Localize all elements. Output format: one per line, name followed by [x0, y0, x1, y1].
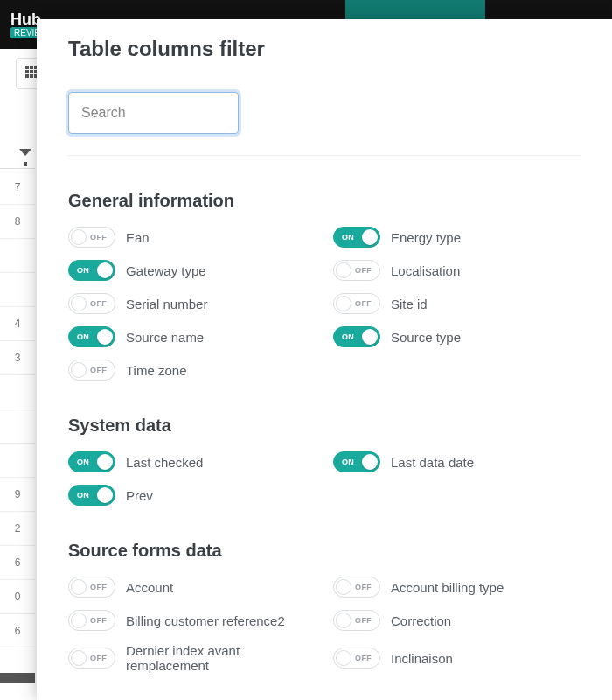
toggle-knob	[336, 296, 351, 312]
toggle[interactable]: ON	[68, 485, 115, 506]
svg-rect-3	[25, 70, 29, 74]
toggle[interactable]: OFF	[333, 577, 380, 598]
toggle-text: OFF	[355, 266, 372, 275]
table-row	[0, 410, 35, 444]
toggle-knob	[71, 296, 87, 312]
toggle-text: ON	[77, 266, 89, 275]
toggle-knob	[71, 579, 87, 595]
toggle[interactable]: OFF	[68, 577, 115, 598]
toggle-knob	[71, 362, 87, 378]
column-label: Correction	[391, 613, 451, 628]
filter-section: System dataONLast checkedONLast data dat…	[68, 416, 581, 506]
toggle[interactable]: ON	[68, 326, 115, 347]
toggle-knob	[97, 454, 113, 470]
section-grid: OFFAccountOFFAccount billing typeOFFBill…	[68, 577, 581, 673]
toggle-text: OFF	[90, 654, 107, 662]
column-toggle-item: ONLast data date	[333, 452, 581, 472]
toggle-knob	[336, 579, 351, 595]
table-row: 7	[0, 171, 35, 205]
column-label: Localisation	[391, 263, 460, 278]
table-footer-bar	[0, 673, 35, 683]
toggle-text: OFF	[355, 299, 372, 308]
section-grid: OFFEanONEnergy typeONGateway typeOFFLoca…	[68, 227, 581, 381]
toggle[interactable]: OFF	[333, 293, 380, 314]
search-input[interactable]	[68, 92, 239, 134]
toggle[interactable]: OFF	[333, 260, 380, 281]
funnel-icon	[19, 149, 31, 156]
toggle[interactable]: ON	[333, 326, 380, 347]
table-row: 3	[0, 341, 35, 375]
svg-rect-7	[30, 74, 33, 78]
column-label: Account	[126, 580, 173, 595]
column-toggle-item: OFFBilling customer reference2	[68, 610, 316, 631]
column-toggle-item: OFFAccount billing type	[333, 577, 581, 598]
column-label: Inclinaison	[391, 651, 453, 666]
toggle-text: OFF	[90, 233, 107, 242]
table-row: 8	[0, 205, 35, 239]
toggle-text: ON	[342, 233, 354, 242]
section-title: Source forms data	[68, 541, 581, 561]
column-toggle-item: OFFLocalisation	[333, 260, 581, 281]
column-toggle-item: OFFAccount	[68, 577, 316, 598]
toggle[interactable]: OFF	[68, 610, 115, 631]
toggle[interactable]: ON	[333, 452, 380, 472]
toggle-text: ON	[342, 458, 354, 466]
modal-title: Table columns filter	[68, 37, 581, 61]
column-label: Last data date	[391, 455, 474, 470]
toggle-text: ON	[77, 332, 89, 341]
column-toggle-item: OFFTime zone	[68, 360, 316, 381]
divider	[68, 155, 581, 156]
toggle-text: OFF	[90, 299, 107, 308]
column-label: Time zone	[126, 363, 186, 378]
toggle-text: OFF	[355, 583, 372, 592]
section-title: System data	[68, 416, 581, 436]
toggle[interactable]: ON	[68, 452, 115, 472]
toggle-knob	[362, 329, 378, 345]
toggle[interactable]: OFF	[68, 648, 115, 668]
column-toggle-item: ONSource type	[333, 326, 581, 347]
column-label: Prev	[126, 488, 153, 503]
toggle-text: ON	[77, 458, 89, 466]
svg-rect-1	[30, 66, 33, 69]
toggle-knob	[362, 229, 378, 245]
toggle-text: ON	[77, 491, 89, 500]
toggle[interactable]: OFF	[333, 610, 380, 631]
toggle-knob	[97, 262, 113, 278]
column-toggle-item: OFFEan	[68, 227, 316, 248]
table-row	[0, 239, 35, 273]
toggle-knob	[97, 487, 113, 503]
column-label: Source name	[126, 330, 204, 345]
table-row	[0, 273, 35, 307]
toggle-knob	[336, 612, 351, 628]
table-row: 6	[0, 546, 35, 580]
toggle[interactable]: OFF	[68, 360, 115, 381]
table-row: 2	[0, 512, 35, 546]
toggle-knob	[71, 612, 87, 628]
column-toggle-item: OFFCorrection	[333, 610, 581, 631]
table-row	[0, 375, 35, 410]
toggle-text: OFF	[90, 366, 107, 374]
table-row: 0	[0, 580, 35, 614]
table-row: 4	[0, 307, 35, 341]
toggle[interactable]: ON	[68, 260, 115, 281]
toggle[interactable]: OFF	[68, 227, 115, 248]
column-toggle-item: ONSource name	[68, 326, 316, 347]
toggle[interactable]: ON	[333, 227, 380, 248]
toggle-text: OFF	[90, 583, 107, 592]
table-row-numbers: 784392606	[0, 171, 35, 648]
modal-header: Table columns filter	[37, 19, 612, 78]
toggle[interactable]: OFF	[68, 293, 115, 314]
toggle-text: OFF	[355, 654, 372, 662]
toggle-knob	[336, 650, 351, 666]
columns-filter-modal: Table columns filter General information…	[37, 19, 612, 700]
column-label: Ean	[126, 230, 150, 245]
svg-rect-6	[25, 74, 29, 78]
table-row: 6	[0, 614, 35, 648]
toggle-text: OFF	[90, 616, 107, 625]
toggle[interactable]: OFF	[333, 648, 380, 668]
svg-rect-4	[30, 70, 33, 74]
modal-body: General informationOFFEanONEnergy typeON…	[37, 78, 612, 673]
column-toggle-item: ONGateway type	[68, 260, 316, 281]
column-toggle-item: OFFSerial number	[68, 293, 316, 314]
column-toggle-item: ONEnergy type	[333, 227, 581, 248]
